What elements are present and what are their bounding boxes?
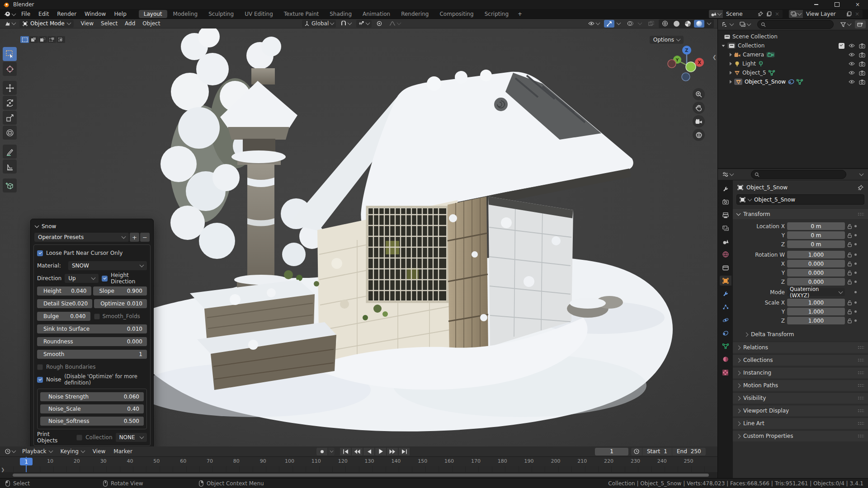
animate-dot[interactable]	[854, 310, 857, 313]
select-mode-subtract[interactable]	[38, 36, 47, 43]
menu-help[interactable]: Help	[110, 11, 130, 17]
optimize-field[interactable]: Optimize0.010	[94, 299, 147, 308]
tool-scale[interactable]	[3, 111, 17, 125]
viewport-menu-view[interactable]: View	[77, 20, 97, 27]
shading-material-button[interactable]	[683, 20, 693, 28]
rotation-x-field[interactable]: 0.000	[787, 260, 845, 267]
close-button[interactable]: ×	[847, 0, 868, 9]
collection-checkbox[interactable]	[76, 435, 82, 441]
outliner-row-camera[interactable]: Camera	[718, 50, 868, 59]
height-field[interactable]: Height0.040	[37, 286, 91, 296]
slope-field[interactable]: Slope0.900	[93, 286, 147, 296]
gizmo-y-neg-axis[interactable]	[686, 62, 696, 72]
tool-annotate[interactable]	[3, 145, 17, 159]
sink-into-surface-field[interactable]: Sink Into Surface0.010	[37, 324, 147, 333]
tab-material[interactable]	[720, 354, 731, 364]
tool-move[interactable]	[3, 81, 17, 95]
panel-relations[interactable]: Relations	[733, 342, 868, 353]
smooth-field[interactable]: Smooth1	[37, 350, 147, 359]
tool-select-box[interactable]	[3, 47, 17, 61]
show-gizmo-toggle[interactable]	[604, 20, 614, 28]
current-frame-field[interactable]: 1	[595, 448, 628, 455]
timeline-menu-playback[interactable]: Playback	[19, 448, 56, 455]
tab-texture-paint[interactable]: Texture Paint	[279, 10, 324, 18]
unlink-scene-icon[interactable]: ×	[775, 11, 779, 17]
panel-grip[interactable]	[858, 212, 864, 216]
tab-world[interactable]	[720, 249, 731, 259]
gizmo-x-neg-axis[interactable]	[668, 60, 676, 68]
pan-view-button[interactable]	[693, 102, 705, 114]
height-direction-checkbox[interactable]	[102, 276, 108, 282]
viewport-menu-object[interactable]: Object	[139, 20, 164, 27]
timeline-ruler[interactable]: 1020304050607080901001101201301401501601…	[0, 457, 717, 466]
material-dropdown[interactable]: SNOW	[68, 261, 147, 270]
shading-dropdown[interactable]	[705, 20, 713, 28]
loose-part-checkbox[interactable]	[37, 250, 43, 256]
smooth-folds-checkbox[interactable]	[94, 314, 100, 319]
transform-panel-header[interactable]: Transform	[733, 208, 868, 219]
maximize-button[interactable]	[826, 0, 847, 9]
hide-viewport-icon[interactable]	[849, 80, 855, 84]
location-z-field[interactable]: 0 m	[787, 240, 845, 248]
editor-type-button[interactable]	[2, 20, 18, 28]
tool-add-cube[interactable]	[3, 178, 17, 192]
tool-cursor[interactable]	[3, 62, 17, 76]
animate-dot[interactable]	[854, 263, 857, 265]
channel-expand-arrow[interactable]: ❯	[1, 467, 5, 472]
tab-render[interactable]	[720, 197, 731, 207]
rotation-w-field[interactable]: 1.000	[787, 251, 845, 258]
minimize-button[interactable]	[806, 0, 826, 9]
expand-icon[interactable]	[730, 71, 732, 75]
lock-icon[interactable]	[847, 242, 852, 247]
outliner-search-input[interactable]	[757, 20, 834, 29]
menu-file[interactable]: File	[17, 11, 34, 17]
lock-icon[interactable]	[847, 224, 852, 229]
tab-uv-editing[interactable]: UV Editing	[240, 10, 278, 18]
scene-browse-button[interactable]	[709, 10, 723, 18]
disable-render-icon[interactable]	[859, 61, 865, 66]
transform-orientation-dropdown[interactable]: Global	[302, 20, 336, 28]
use-preview-range-button[interactable]	[631, 448, 642, 455]
tool-transform[interactable]	[3, 126, 17, 140]
tab-constraints[interactable]	[720, 328, 731, 338]
timeline-menu-view[interactable]: View	[89, 448, 109, 455]
play-reverse-button[interactable]	[363, 448, 374, 455]
toggle-projection-button[interactable]	[693, 129, 705, 141]
menu-render[interactable]: Render	[53, 11, 80, 17]
timeline-editor-type-button[interactable]	[3, 448, 18, 455]
object-name-field[interactable]: Object_5_Snow	[736, 194, 864, 205]
sidebar-collapse-arrow[interactable]: ❮	[712, 54, 717, 60]
lock-icon[interactable]	[847, 233, 852, 238]
collection-expand-icon[interactable]	[722, 45, 725, 47]
scale-y-field[interactable]: 1.000	[787, 308, 845, 315]
tab-collection[interactable]	[720, 263, 731, 272]
xray-toggle[interactable]	[646, 20, 656, 28]
lock-icon[interactable]	[847, 279, 852, 285]
bulge-field[interactable]: Bulge0.040	[37, 312, 90, 321]
animate-dot[interactable]	[854, 243, 857, 245]
new-collection-button[interactable]	[855, 20, 866, 28]
lock-icon[interactable]	[847, 318, 852, 324]
disable-render-icon[interactable]	[859, 80, 865, 84]
noise-checkbox[interactable]	[37, 377, 43, 383]
blender-menu-chevron[interactable]	[12, 12, 16, 16]
snow-panel-header[interactable]: Snow	[33, 222, 151, 233]
tab-layout[interactable]: Layout	[139, 10, 167, 18]
tab-particles[interactable]	[720, 302, 731, 312]
tab-tool[interactable]	[720, 184, 731, 194]
add-workspace-button[interactable]: +	[514, 10, 525, 18]
tool-measure[interactable]	[3, 160, 17, 174]
lock-icon[interactable]	[847, 261, 852, 267]
outliner-row-collection[interactable]: Collection	[718, 41, 868, 50]
lock-icon[interactable]	[847, 300, 852, 305]
animate-dot[interactable]	[854, 225, 857, 227]
panel-instancing[interactable]: Instancing	[733, 367, 868, 378]
overlays-dropdown[interactable]	[636, 20, 644, 28]
tool-rotate[interactable]	[3, 96, 17, 110]
timeline-channel-area[interactable]	[0, 466, 717, 472]
panel-motion-paths[interactable]: Motion Paths	[733, 380, 868, 391]
outliner-display-mode-button[interactable]	[737, 21, 753, 28]
new-scene-icon[interactable]	[766, 11, 772, 17]
hide-viewport-icon[interactable]	[849, 70, 855, 75]
hide-viewport-icon[interactable]	[849, 52, 855, 57]
